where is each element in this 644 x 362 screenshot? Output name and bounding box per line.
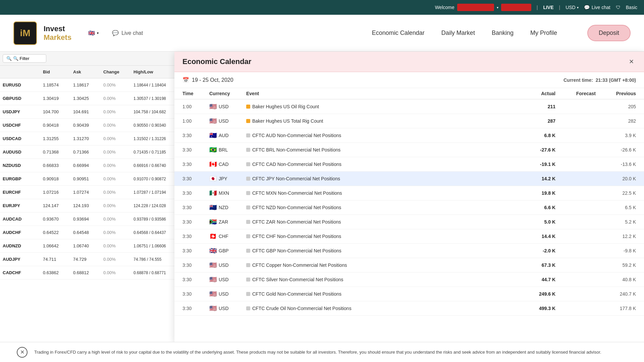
pair-name: USDCAD bbox=[3, 136, 43, 141]
col-currency: Currency bbox=[209, 91, 246, 96]
event-name: CFTC Crude Oil Non-Commercial Net Positi… bbox=[252, 306, 352, 311]
bid-value: 104.700 bbox=[43, 109, 73, 114]
col-ask: Ask bbox=[73, 69, 103, 74]
table-row[interactable]: GBPUSD 1.30419 1.30425 0.00% 1.30537 / 1… bbox=[0, 92, 174, 105]
cal-event: CFTC Gold Non-Commercial Net Positions bbox=[246, 291, 515, 297]
flag-icon: 🇬🇧 bbox=[88, 30, 95, 36]
change-value: 0.00% bbox=[103, 123, 133, 128]
table-row[interactable]: EURGBP 0.90918 0.90951 0.00% 0.91070 / 0… bbox=[0, 172, 174, 186]
calendar-row[interactable]: 3:30 🇲🇽 MXN CFTC MXN Non-Commercial Net … bbox=[174, 186, 644, 200]
cal-event: CFTC Copper Non-Commercial Net Positions bbox=[246, 262, 515, 268]
table-row[interactable]: EURUSD 1.18574 1.18617 0.00% 1.18644 / 1… bbox=[0, 78, 174, 92]
logo-area: iM Invest Markets 🇬🇧 ▾ 💬 Live chat bbox=[13, 21, 143, 45]
biometric-icon: 🛡 bbox=[616, 5, 621, 10]
table-row[interactable]: EURCHF 1.07216 1.07274 0.00% 1.07287 / 1… bbox=[0, 186, 174, 199]
currency-selector[interactable]: USD ▾ bbox=[566, 5, 579, 10]
event-name: CFTC CHF Non-Commercial Net Positions bbox=[252, 234, 341, 239]
calendar-row[interactable]: 3:30 🇺🇸 USD CFTC Silver Non-Commercial N… bbox=[174, 273, 644, 287]
cal-actual: 287 bbox=[515, 118, 555, 124]
calendar-row[interactable]: 3:30 🇬🇧 GBP CFTC GBP Non-Commercial Net … bbox=[174, 244, 644, 258]
filter-input[interactable]: 🔍 🔍 Filter bbox=[3, 54, 46, 63]
chat-bubble-icon: 💬 bbox=[584, 5, 590, 10]
highlow-value: 74.786 / 74.555 bbox=[133, 257, 172, 262]
main-navigation: Economic Calendar Daily Market Banking M… bbox=[372, 25, 631, 41]
header-livechat-button[interactable]: 💬 Live chat bbox=[112, 30, 143, 36]
table-row[interactable]: NZDUSD 0.66833 0.66994 0.00% 0.66916 / 0… bbox=[0, 159, 174, 172]
cal-previous: 59.2 K bbox=[596, 262, 636, 268]
cal-actual: 19.8 K bbox=[515, 190, 555, 196]
calendar-row[interactable]: 1:00 🇺🇸 USD Baker Hughes US Total Rig Co… bbox=[174, 114, 644, 128]
cal-actual: -2.0 K bbox=[515, 248, 555, 253]
highlow-value: 0.71435 / 0.71185 bbox=[133, 150, 172, 155]
calendar-table-header: Time Currency Event Actual Forecast Prev… bbox=[174, 88, 644, 100]
table-row[interactable]: AUDNZD 1.06642 1.06740 0.00% 1.06751 / 1… bbox=[0, 239, 174, 253]
current-time-value: 21:33 (GMT +8:00) bbox=[596, 77, 636, 83]
nav-my-profile[interactable]: My Profile bbox=[530, 29, 557, 37]
highlow-value: 1.18644 / 1.18404 bbox=[133, 83, 172, 87]
pair-name: EURUSD bbox=[3, 82, 43, 87]
cal-previous: 20.0 K bbox=[596, 176, 636, 181]
calendar-row[interactable]: 3:30 🇺🇸 USD CFTC Copper Non-Commercial N… bbox=[174, 258, 644, 273]
currency-flag-icon: 🇦🇺 bbox=[209, 132, 217, 139]
cal-actual: 67.3 K bbox=[515, 262, 555, 268]
calendar-row[interactable]: 1:00 🇺🇸 USD Baker Hughes US Oil Rig Coun… bbox=[174, 100, 644, 114]
table-row[interactable]: AUDJPY 74.711 74.729 0.00% 74.786 / 74.5… bbox=[0, 253, 174, 266]
table-row[interactable]: EURJPY 124.147 124.193 0.00% 124.228 / 1… bbox=[0, 199, 174, 213]
top-livechat-button[interactable]: 💬 Live chat bbox=[584, 5, 610, 10]
deposit-button[interactable]: Deposit bbox=[587, 25, 631, 41]
date-picker[interactable]: 📅 19 - 25 Oct, 2020 bbox=[182, 77, 233, 83]
change-value: 0.00% bbox=[103, 163, 133, 168]
pair-name: AUDNZD bbox=[3, 243, 43, 248]
table-row[interactable]: USDCAD 1.31255 1.31270 0.00% 1.31502 / 1… bbox=[0, 132, 174, 145]
calendar-row[interactable]: 3:30 🇳🇿 NZD CFTC NZD Non-Commercial Net … bbox=[174, 200, 644, 215]
ask-value: 0.64548 bbox=[73, 230, 103, 235]
calendar-row[interactable]: 3:30 🇦🇺 AUD CFTC AUD Non-Commercial Net … bbox=[174, 128, 644, 143]
calendar-row[interactable]: 3:30 🇯🇵 JPY CFTC JPY Non-Commercial Net … bbox=[174, 172, 644, 186]
col-change: Change bbox=[103, 69, 133, 74]
filter-label: 🔍 Filter bbox=[13, 56, 30, 61]
nav-daily-market[interactable]: Daily Market bbox=[441, 29, 475, 37]
col-highlow: High/Low bbox=[133, 69, 172, 74]
cal-previous: 12.2 K bbox=[596, 234, 636, 239]
welcome-chevron-icon[interactable]: ▾ bbox=[497, 6, 498, 9]
currency-code: USD bbox=[219, 104, 229, 109]
impact-icon bbox=[246, 306, 250, 310]
table-row[interactable]: USDJPY 104.700 104.691 0.00% 104.758 / 1… bbox=[0, 105, 174, 119]
modal-close-button[interactable]: ✕ bbox=[627, 57, 636, 66]
cal-currency: 🇺🇸 USD bbox=[209, 305, 246, 312]
highlow-value: 0.90550 / 0.90340 bbox=[133, 123, 172, 128]
table-row[interactable]: AUDCAD 0.93670 0.93694 0.00% 0.93789 / 0… bbox=[0, 213, 174, 226]
calendar-row[interactable]: 3:30 🇿🇦 ZAR CFTC ZAR Non-Commercial Net … bbox=[174, 215, 644, 229]
cal-time: 3:30 bbox=[182, 306, 209, 311]
table-row[interactable]: USDCHF 0.90418 0.90439 0.00% 0.90550 / 0… bbox=[0, 119, 174, 132]
cal-actual: -27.6 K bbox=[515, 147, 555, 153]
event-name: CFTC NZD Non-Commercial Net Positions bbox=[252, 205, 341, 210]
cal-previous: 40.8 K bbox=[596, 277, 636, 282]
highlow-value: 0.64568 / 0.64437 bbox=[133, 230, 172, 235]
logo-icon[interactable]: iM bbox=[13, 21, 37, 45]
calendar-row[interactable]: 3:30 🇨🇦 CAD CFTC CAD Non-Commercial Net … bbox=[174, 157, 644, 172]
account-redacted bbox=[501, 4, 531, 11]
nav-economic-calendar[interactable]: Economic Calendar bbox=[372, 29, 425, 37]
calendar-row[interactable]: 3:30 🇺🇸 USD CFTC Gold Non-Commercial Net… bbox=[174, 287, 644, 301]
ask-value: 0.90951 bbox=[73, 176, 103, 181]
calendar-row[interactable]: 3:30 🇨🇭 CHF CFTC CHF Non-Commercial Net … bbox=[174, 229, 644, 244]
calendar-row[interactable]: 3:30 🇺🇸 USD CFTC Crude Oil Non-Commercia… bbox=[174, 301, 644, 316]
table-row[interactable]: CADCHF 0.63862 0.68812 0.00% 0.68878 / 0… bbox=[0, 266, 174, 280]
event-name: CFTC BRL Non-Commercial Net Positions bbox=[252, 147, 340, 153]
calendar-row[interactable]: 3:30 🇧🇷 BRL CFTC BRL Non-Commercial Net … bbox=[174, 143, 644, 157]
table-row[interactable]: AUDUSD 0.71368 0.71366 0.00% 0.71435 / 0… bbox=[0, 145, 174, 159]
cal-currency: 🇺🇸 USD bbox=[209, 117, 246, 125]
highlow-value: 0.91070 / 0.90872 bbox=[133, 177, 172, 181]
cal-previous: 5.2 K bbox=[596, 219, 636, 225]
pair-name: AUDCAD bbox=[3, 217, 43, 222]
language-selector[interactable]: 🇬🇧 ▾ bbox=[88, 30, 99, 36]
top-bar: Welcome ▾ | LIVE | USD ▾ 💬 Live chat 🛡 B… bbox=[0, 0, 644, 15]
currency-code: JPY bbox=[219, 176, 227, 181]
table-row[interactable]: AUDCHF 0.64522 0.64548 0.00% 0.64568 / 0… bbox=[0, 226, 174, 239]
cal-currency: 🇳🇿 NZD bbox=[209, 204, 246, 211]
nav-banking[interactable]: Banking bbox=[492, 29, 514, 37]
disclaimer-close-button[interactable]: ✕ bbox=[17, 347, 28, 358]
cal-event: CFTC JPY Non-Commercial Net Positions bbox=[246, 176, 515, 181]
event-name: CFTC AUD Non-Commercial Net Positions bbox=[252, 133, 341, 138]
